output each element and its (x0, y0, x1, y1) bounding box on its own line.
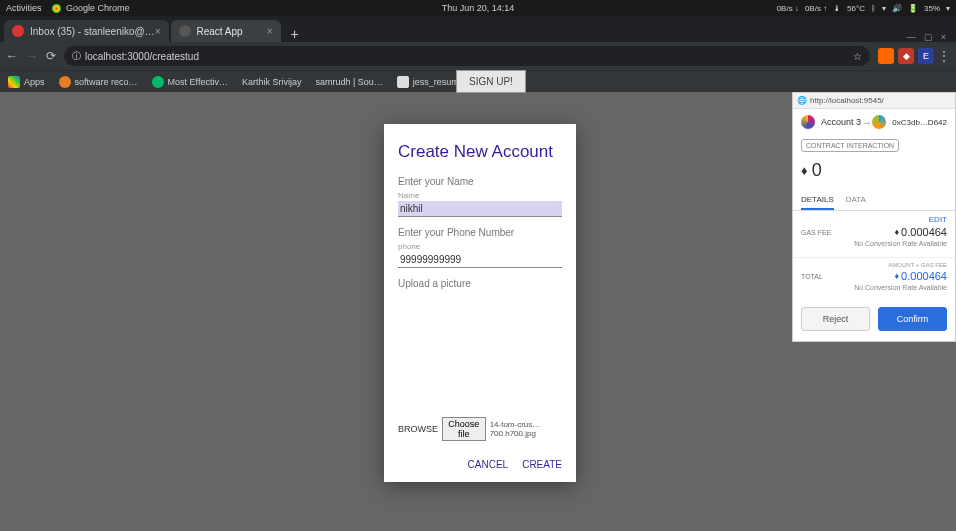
gas-fee-value: ♦0.000464 (895, 226, 947, 238)
tab-details[interactable]: DETAILS (801, 191, 834, 210)
gmail-icon (12, 25, 24, 37)
bookmark-item[interactable]: jess_resume (397, 76, 464, 88)
sign-up-button[interactable]: SIGN UP! (456, 70, 526, 93)
dialog-title: Create New Account (398, 142, 562, 162)
contract-avatar-icon (872, 115, 886, 129)
name-input[interactable] (398, 201, 562, 217)
url-text: localhost:3000/createstud (85, 51, 199, 62)
temp-icon: 🌡 (833, 4, 841, 13)
page-viewport: SIGN UP! Create New Account Enter your N… (0, 92, 956, 531)
net-up: 0B/s ↑ (805, 4, 827, 13)
tx-type-tag: CONTRACT INTERACTION (801, 139, 899, 152)
info-icon[interactable]: ⓘ (72, 50, 81, 63)
selected-file-name: 14-tom-crus…700.h700.jpg (490, 420, 562, 438)
metamask-popup: 🌐 http://localhost:9545/ Account 3 → 0xC… (792, 92, 956, 342)
globe-icon: 🌐 (797, 96, 807, 105)
bookmark-item[interactable]: Most Effectiv… (152, 76, 228, 88)
battery-icon: 🔋 (908, 4, 918, 13)
mm-site-url: http://localhost:9545/ (810, 96, 884, 105)
battery-value: 35% (924, 4, 940, 13)
tab-title: React App (197, 26, 243, 37)
forward-button[interactable]: → (26, 49, 38, 63)
activities-button[interactable]: Activities (6, 3, 42, 13)
url-input[interactable]: ⓘ localhost:3000/createstud ☆ (64, 46, 870, 66)
ext-icon[interactable]: E (918, 48, 934, 64)
choose-file-button[interactable]: Choose file (442, 417, 486, 441)
bookmark-icon (59, 76, 71, 88)
bookmark-apps[interactable]: Apps (8, 76, 45, 88)
bookmark-item[interactable]: Karthik Srivijay (242, 77, 302, 87)
tx-amount: ♦ 0 (793, 156, 955, 191)
wifi-icon: ▾ (882, 4, 886, 13)
account-name: Account 3 (821, 117, 861, 127)
eth-icon: ♦ (801, 163, 808, 178)
total-value: ♦0.000464 (895, 270, 947, 282)
cancel-button[interactable]: CANCEL (468, 459, 509, 470)
close-icon[interactable]: × (267, 26, 273, 37)
system-top-bar: Activities Google Chrome Thu Jun 20, 14:… (0, 0, 956, 16)
ext-icon[interactable]: ◆ (898, 48, 914, 64)
confirm-button[interactable]: Confirm (878, 307, 947, 331)
browser-tab[interactable]: React App × (171, 20, 281, 42)
name-field-label: Name (398, 191, 562, 200)
bluetooth-icon: ᛒ (871, 4, 876, 13)
total-conversion-note: No Conversion Rate Available (793, 284, 955, 297)
star-icon[interactable]: ☆ (853, 51, 862, 62)
browse-label: BROWSE (398, 424, 438, 434)
phone-field-label: phone (398, 242, 562, 251)
reject-button[interactable]: Reject (801, 307, 870, 331)
mm-site-bar: 🌐 http://localhost:9545/ (793, 93, 955, 109)
gas-fee-label: GAS FEE (801, 229, 831, 236)
chrome-icon (52, 4, 61, 13)
react-icon (179, 25, 191, 37)
phone-input[interactable] (398, 252, 562, 268)
maximize-button[interactable]: ▢ (924, 32, 933, 42)
arrow-right-icon: → (862, 117, 872, 128)
browser-tab-bar: Inbox (35) - stanleeniko@… × React App ×… (0, 16, 956, 42)
power-icon[interactable]: ▾ (946, 4, 950, 13)
metamask-ext-icon[interactable] (878, 48, 894, 64)
apps-icon (8, 76, 20, 88)
name-prompt: Enter your Name (398, 176, 562, 187)
edit-link[interactable]: EDIT (793, 211, 955, 224)
active-app-label: Google Chrome (52, 3, 130, 13)
clock: Thu Jun 20, 14:14 (442, 3, 515, 13)
back-button[interactable]: ← (6, 49, 18, 63)
contract-address: 0xC3db…D642 (892, 118, 947, 127)
gas-conversion-note: No Conversion Rate Available (793, 240, 955, 253)
total-label: TOTAL (801, 273, 823, 280)
eth-icon: ♦ (895, 271, 900, 281)
net-down: 0B/s ↓ (777, 4, 799, 13)
upload-prompt: Upload a picture (398, 278, 562, 289)
new-tab-button[interactable]: + (283, 26, 307, 42)
address-bar: ← → ⟳ ⓘ localhost:3000/createstud ☆ ◆ E … (0, 42, 956, 70)
create-account-dialog: Create New Account Enter your Name Name … (384, 124, 576, 482)
reload-button[interactable]: ⟳ (46, 49, 56, 63)
temp-value: 56°C (847, 4, 865, 13)
tab-title: Inbox (35) - stanleeniko@… (30, 26, 155, 37)
bookmark-icon (152, 76, 164, 88)
volume-icon: 🔊 (892, 4, 902, 13)
close-window-button[interactable]: × (941, 32, 946, 42)
phone-prompt: Enter your Phone Number (398, 227, 562, 238)
eth-icon: ♦ (895, 227, 900, 237)
file-icon (397, 76, 409, 88)
close-icon[interactable]: × (155, 26, 161, 37)
minimize-button[interactable]: — (907, 32, 916, 42)
account-avatar-icon (801, 115, 815, 129)
bookmark-item[interactable]: software reco… (59, 76, 138, 88)
menu-icon[interactable]: ⋮ (938, 49, 950, 63)
browser-tab[interactable]: Inbox (35) - stanleeniko@… × (4, 20, 169, 42)
tab-data[interactable]: DATA (846, 191, 866, 210)
create-button[interactable]: CREATE (522, 459, 562, 470)
bookmark-item[interactable]: samrudh | Sou… (315, 77, 382, 87)
